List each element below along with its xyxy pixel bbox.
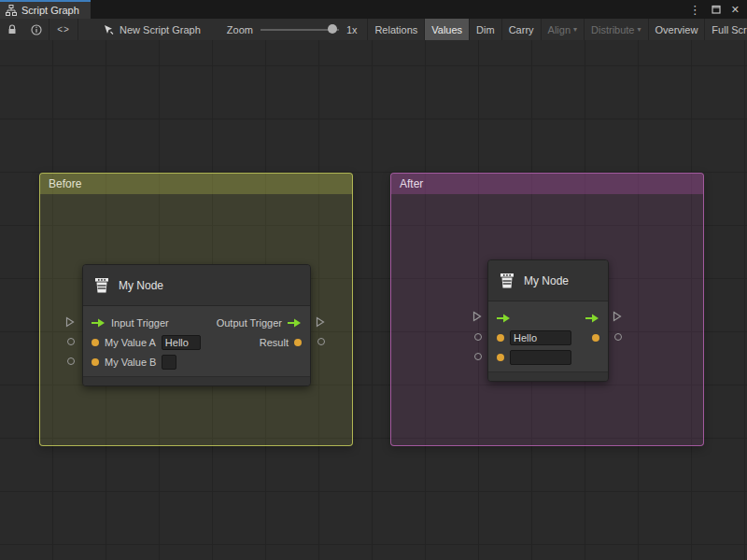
value-b-input[interactable] [162, 355, 176, 370]
zoom-slider-knob[interactable] [328, 24, 337, 34]
node-before-footer [83, 376, 310, 385]
script-graph-asset-icon [103, 24, 114, 35]
group-after-header[interactable]: After [391, 174, 703, 194]
node-title: My Node [524, 274, 569, 287]
graph-canvas[interactable]: Before After My Node [0, 40, 747, 560]
relations-label: Relations [374, 24, 417, 35]
values-button[interactable]: Values [424, 19, 469, 40]
external-value-port[interactable] [67, 357, 75, 365]
info-icon [31, 24, 42, 35]
dim-button[interactable]: Dim [469, 19, 501, 40]
external-value-port[interactable] [614, 333, 622, 341]
input-trigger-port-icon[interactable] [497, 314, 511, 323]
chevron-down-icon: ▾ [638, 25, 641, 34]
code-icon: <> [57, 24, 70, 35]
node-before-header[interactable]: My Node [83, 265, 310, 306]
graph-toolbar: <> New Script Graph Zoom 1x Relations Va… [0, 19, 747, 41]
input-trigger-label: Input Trigger [111, 317, 169, 329]
zoom-control: Zoom 1x [227, 19, 358, 40]
relations-button[interactable]: Relations [367, 19, 424, 40]
external-trigger-port[interactable] [316, 316, 325, 328]
close-icon[interactable]: ✕ [731, 5, 740, 15]
toolbar-buttons: Relations Values Dim Carry Align ▾ Distr… [367, 19, 747, 40]
fullscreen-button[interactable]: Full Screen [704, 19, 747, 40]
unit-icon [498, 272, 516, 290]
carry-label: Carry [509, 24, 534, 35]
external-value-port[interactable] [67, 338, 75, 345]
unit-icon [92, 276, 111, 295]
script-graph-window: Script Graph ⋮ ✕ <> [0, 0, 747, 560]
graph-tab-icon [6, 5, 17, 16]
value-a-port-icon[interactable] [92, 339, 99, 346]
fullscreen-label: Full Screen [712, 24, 747, 35]
external-value-port[interactable] [474, 333, 482, 341]
value-b-row: My Value B [83, 352, 310, 371]
output-trigger-port-icon[interactable] [585, 314, 599, 323]
value-b-label: My Value B [105, 357, 156, 368]
tab-bar: Script Graph ⋮ ✕ [0, 0, 747, 19]
group-after-label: After [400, 177, 423, 190]
hollow-triangle-port-icon [472, 311, 482, 322]
zoom-slider[interactable] [261, 19, 339, 40]
values-label: Values [431, 24, 462, 35]
align-label: Align [548, 24, 571, 35]
hollow-triangle-port-icon [613, 311, 622, 322]
result-port-icon[interactable] [592, 334, 599, 342]
maximize-icon[interactable] [712, 5, 721, 14]
value-a-row [488, 328, 608, 347]
dim-label: Dim [476, 24, 495, 35]
kebab-menu-icon[interactable]: ⋮ [689, 4, 701, 16]
value-b-port-icon[interactable] [92, 358, 99, 366]
value-b-port-icon[interactable] [497, 354, 504, 361]
value-b-row [488, 347, 608, 367]
overview-button[interactable]: Overview [648, 19, 705, 40]
distribute-label: Distribute [591, 24, 634, 35]
node-after-footer [488, 371, 608, 381]
carry-button[interactable]: Carry [501, 19, 541, 40]
value-b-input[interactable] [510, 350, 571, 365]
external-trigger-port[interactable] [65, 316, 75, 328]
node-after-header[interactable]: My Node [488, 260, 608, 301]
trigger-row [488, 308, 608, 328]
toolbar-separator [78, 19, 78, 40]
external-trigger-port[interactable] [472, 311, 482, 322]
node-after[interactable]: My Node [487, 259, 609, 382]
node-after-body [488, 301, 608, 371]
inspect-button[interactable] [24, 19, 49, 40]
graph-name-label: New Script Graph [120, 24, 201, 35]
value-a-label: My Value A [105, 337, 156, 348]
output-trigger-port-icon[interactable] [288, 318, 302, 328]
graph-breadcrumb[interactable]: New Script Graph [103, 24, 201, 35]
value-a-port-icon[interactable] [497, 334, 504, 342]
overview-label: Overview [655, 24, 698, 35]
external-value-port[interactable] [474, 353, 482, 360]
lock-icon [7, 24, 18, 35]
input-trigger-port-icon[interactable] [92, 318, 106, 328]
result-label: Result [260, 337, 289, 348]
external-trigger-port[interactable] [613, 311, 622, 322]
value-a-row: My Value A Result [83, 332, 310, 352]
value-a-input[interactable] [162, 335, 201, 350]
window-controls: ⋮ ✕ [689, 0, 747, 19]
zoom-label: Zoom [227, 24, 253, 35]
node-before[interactable]: My Node Input Trigger Output Trigger [82, 264, 311, 386]
align-button[interactable]: Align ▾ [541, 19, 584, 40]
node-before-body: Input Trigger Output Trigger My Value A … [83, 306, 310, 376]
distribute-button[interactable]: Distribute ▾ [584, 19, 647, 40]
value-a-input[interactable] [510, 330, 571, 345]
node-title: My Node [119, 279, 163, 292]
external-value-port[interactable] [317, 338, 325, 345]
result-port-icon[interactable] [294, 339, 302, 346]
trigger-row: Input Trigger Output Trigger [83, 313, 310, 332]
tab-title: Script Graph [21, 5, 79, 16]
tab-script-graph[interactable]: Script Graph [0, 0, 91, 19]
zoom-value: 1x [346, 24, 358, 35]
output-trigger-label: Output Trigger [217, 317, 282, 329]
group-before-label: Before [49, 177, 81, 190]
hollow-triangle-port-icon [316, 316, 325, 328]
group-before-header[interactable]: Before [40, 174, 352, 194]
hollow-triangle-port-icon [65, 316, 75, 328]
edit-graph-button[interactable]: <> [49, 19, 78, 40]
chevron-down-icon: ▾ [573, 25, 577, 34]
lock-button[interactable] [0, 19, 24, 40]
